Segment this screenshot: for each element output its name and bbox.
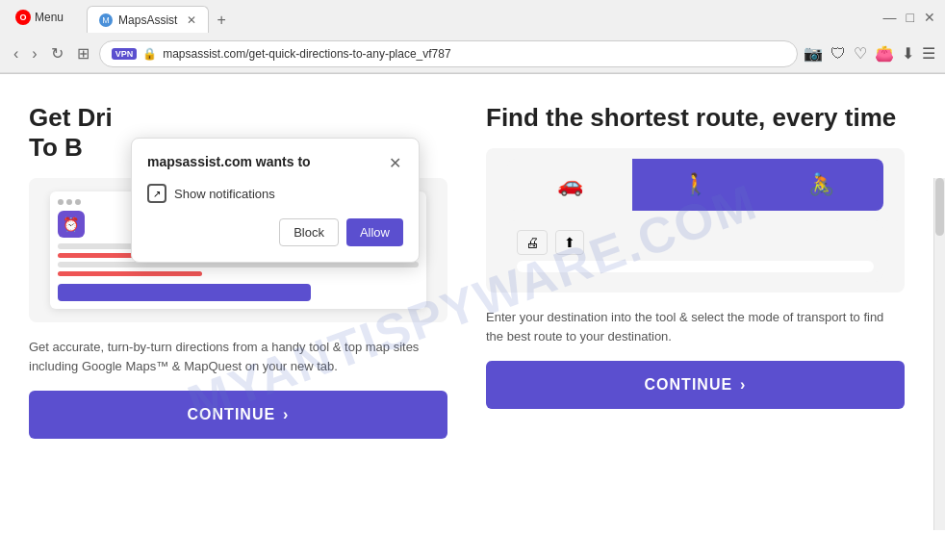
close-button[interactable]: ✕ — [924, 10, 935, 25]
url-text: mapsassist.com/get-quick-directions-to-a… — [163, 47, 785, 61]
tabs-bar: M MapsAssist ✕ + — [77, 2, 876, 33]
notification-icon: ↗ — [147, 184, 166, 203]
download-button[interactable]: ⬇ — [902, 44, 914, 63]
route-bar — [517, 261, 875, 272]
mock-dot-1 — [58, 199, 64, 205]
menu-label: Menu — [35, 11, 64, 24]
tab-label: MapsAssist — [118, 13, 177, 27]
card-right: Find the shortest route, every time 🚗 🚶 … — [486, 103, 905, 501]
vpn-badge: VPN — [112, 48, 138, 60]
heart-button[interactable]: ♡ — [854, 44, 867, 63]
grid-button[interactable]: ⊞ — [73, 40, 93, 66]
page-content: Get Dri To B ⏰ % Get a — [0, 74, 945, 530]
reload-button[interactable]: ↻ — [47, 40, 67, 66]
popup-title: mapsassist.com wants to — [147, 154, 311, 169]
nav-actions: 📷 🛡 ♡ 👛 ⬇ ☰ — [804, 44, 935, 63]
scrollbar-thumb[interactable] — [935, 178, 944, 236]
notification-label: Show notifications — [174, 187, 275, 201]
card-left-desc: Get accurate, turn-by-turn directions fr… — [29, 338, 447, 375]
share-button[interactable]: ⬆ — [555, 230, 584, 255]
scrollbar[interactable] — [933, 178, 945, 530]
mock-line-red-2 — [58, 271, 202, 276]
title-bar: O Menu M MapsAssist ✕ + — □ ✕ — [0, 0, 945, 35]
opera-menu-button[interactable]: O Menu — [10, 8, 69, 27]
camera-button[interactable]: 📷 — [804, 44, 823, 63]
back-button[interactable]: ‹ — [10, 41, 22, 66]
popup-actions: Block Allow — [147, 218, 403, 246]
new-tab-button[interactable]: + — [209, 8, 233, 33]
transport-container: 🚗 🚶 🚴 🖨 ⬆ — [507, 159, 884, 282]
card-right-desc: Enter your destination into the tool & s… — [486, 308, 905, 345]
tab-close-button[interactable]: ✕ — [187, 13, 196, 27]
maximize-button[interactable]: □ — [907, 10, 914, 25]
nav-bar: ‹ › ↻ ⊞ VPN 🔒 mapsassist.com/get-quick-d… — [0, 35, 945, 73]
card-right-title: Find the shortest route, every time — [486, 103, 905, 133]
wallet-button[interactable]: 👛 — [875, 44, 894, 63]
tab-favicon: M — [99, 13, 113, 27]
browser-menu-button[interactable]: ☰ — [922, 44, 935, 63]
popup-notification-row: ↗ Show notifications — [147, 184, 403, 203]
mock-logo-icon: ⏰ — [58, 211, 85, 238]
card-right-continue-button[interactable]: CONTINUE › — [486, 361, 905, 409]
block-button[interactable]: Block — [279, 218, 339, 246]
forward-button[interactable]: › — [28, 41, 40, 66]
transport-car[interactable]: 🚗 — [507, 159, 633, 211]
popup-close-button[interactable]: ✕ — [387, 154, 403, 172]
mock-continue-bar — [58, 284, 311, 301]
mock-dot-2 — [66, 199, 72, 205]
card-right-image: 🚗 🚶 🚴 🖨 ⬆ — [486, 148, 905, 293]
allow-button[interactable]: Allow — [346, 218, 403, 246]
card-left-continue-button[interactable]: CONTINUE › — [29, 391, 447, 439]
shield-button[interactable]: 🛡 — [830, 45, 846, 63]
minimize-button[interactable]: — — [883, 10, 897, 25]
address-bar[interactable]: VPN 🔒 mapsassist.com/get-quick-direction… — [99, 40, 798, 67]
opera-logo: O — [15, 10, 31, 25]
browser-chrome: O Menu M MapsAssist ✕ + — □ ✕ ‹ › ↻ ⊞ VP… — [0, 0, 945, 74]
print-button[interactable]: 🖨 — [517, 230, 548, 255]
transport-box: 🚗 🚶 🚴 — [507, 159, 884, 211]
route-actions: 🖨 ⬆ — [517, 230, 875, 255]
transport-bike[interactable]: 🚴 — [758, 159, 884, 211]
mock-line-2 — [58, 262, 420, 267]
notification-popup: mapsassist.com wants to ✕ ↗ Show notific… — [131, 138, 420, 263]
lock-icon: 🔒 — [142, 47, 157, 61]
popup-header: mapsassist.com wants to ✕ — [147, 154, 403, 172]
tab-mapsassist[interactable]: M MapsAssist ✕ — [87, 6, 209, 33]
route-preview: 🖨 ⬆ — [507, 220, 884, 282]
mock-dot-3 — [75, 199, 81, 205]
transport-walk[interactable]: 🚶 — [632, 159, 758, 211]
